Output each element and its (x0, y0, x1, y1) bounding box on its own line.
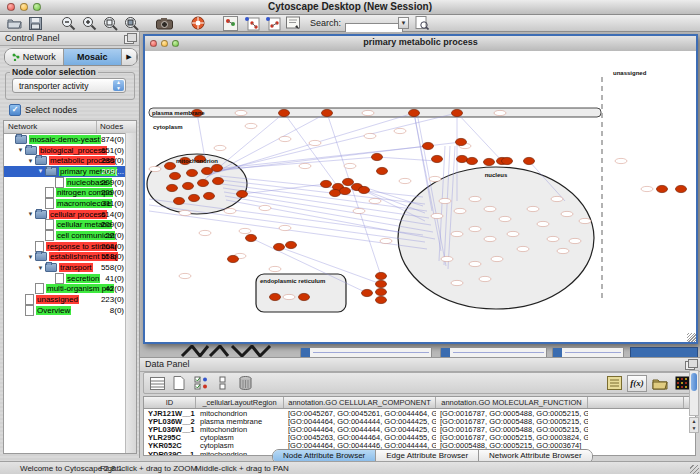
tree-item[interactable]: macromolecule311(0) (4, 198, 136, 209)
tree-scrollbar[interactable] (125, 133, 136, 453)
network-node-highlighted[interactable] (330, 189, 341, 196)
help-ring-icon[interactable] (189, 16, 206, 31)
network-node-highlighted[interactable] (657, 185, 668, 192)
network-node[interactable] (279, 136, 291, 141)
network-node[interactable] (344, 163, 356, 168)
zoom-out-icon[interactable] (60, 16, 77, 31)
tree-item[interactable]: unassigned223(0) (4, 294, 136, 305)
network-node[interactable] (569, 238, 581, 243)
network-node-highlighted[interactable] (246, 234, 257, 241)
network-node[interactable] (149, 166, 161, 171)
network-node[interactable] (235, 110, 247, 115)
tree-item[interactable]: cell communicat22(0) (4, 230, 136, 241)
zoom-fit-icon[interactable] (102, 16, 119, 31)
network-node[interactable] (439, 198, 451, 203)
network-node[interactable] (353, 208, 365, 213)
network-node-highlighted[interactable] (228, 255, 239, 262)
tree-item[interactable]: cellular metabo209(0) (4, 220, 136, 231)
snapshot-camera-icon[interactable] (156, 16, 173, 31)
network-node-highlighted[interactable] (432, 155, 443, 162)
network-node[interactable] (491, 256, 503, 261)
network-node[interactable] (454, 208, 466, 213)
tree-item[interactable]: mosaic-demo-yeast874(0) (4, 134, 136, 145)
network-node[interactable] (484, 206, 496, 211)
attribute-editor-icon[interactable] (605, 375, 623, 392)
tab-network[interactable]: Network (5, 49, 64, 65)
unselect-attributes-icon[interactable] (214, 375, 232, 392)
expander-icon[interactable]: ▼ (16, 147, 25, 153)
zoom-in-icon[interactable] (81, 16, 98, 31)
network-node-highlighted[interactable] (189, 194, 200, 201)
network-node[interactable] (451, 280, 463, 285)
network-node-highlighted[interactable] (362, 289, 373, 296)
tree-item[interactable]: ▼biological_process651(0) (4, 145, 136, 156)
network-node[interactable] (364, 133, 376, 138)
network-node-highlighted[interactable] (484, 158, 495, 165)
network-node-highlighted[interactable] (198, 179, 209, 186)
tree-item[interactable]: ▼cellular process614(0) (4, 209, 136, 220)
network-node[interactable] (641, 186, 653, 191)
network-node-highlighted[interactable] (340, 187, 351, 194)
network-node[interactable] (362, 110, 374, 115)
network-node-highlighted[interactable] (299, 293, 310, 300)
network-node[interactable] (259, 205, 271, 210)
network-node-highlighted[interactable] (452, 109, 463, 116)
network-node-highlighted[interactable] (279, 109, 290, 116)
tab-mosaic[interactable]: Mosaic (64, 49, 123, 65)
network-node[interactable] (429, 176, 441, 181)
float-panel-icon[interactable] (685, 361, 695, 370)
network-overview-icon[interactable] (222, 16, 239, 31)
network-node-highlighted[interactable] (457, 155, 468, 162)
select-attributes-icon[interactable] (192, 375, 210, 392)
network-node[interactable] (451, 231, 463, 236)
network-node-highlighted[interactable] (237, 190, 248, 197)
network-node[interactable] (499, 216, 511, 221)
table-column-header[interactable]: ID (144, 397, 196, 408)
network-resize-grip[interactable] (687, 333, 696, 342)
network-node[interactable] (469, 261, 481, 266)
tree-item[interactable]: ▼metabolic process280(0) (4, 155, 136, 166)
tab-overflow-arrow[interactable]: ▶ (122, 49, 137, 65)
network-node[interactable] (557, 248, 569, 253)
network-window-titlebar[interactable]: primary metabolic process (145, 36, 696, 52)
table-column-header[interactable]: annotation.GO CELLULAR_COMPONENT (284, 397, 436, 408)
network-node-highlighted[interactable] (213, 177, 224, 184)
search-dropdown-arrow[interactable]: ▼ (398, 17, 409, 29)
network-node[interactable] (309, 140, 321, 145)
network-node-highlighted[interactable] (502, 157, 513, 164)
expander-icon[interactable]: ▼ (26, 254, 35, 260)
delete-attribute-icon[interactable] (236, 375, 254, 392)
network-node[interactable] (279, 225, 291, 230)
apply-layout-1-icon[interactable] (243, 16, 260, 31)
network-node-highlighted[interactable] (376, 280, 387, 287)
network-node[interactable] (399, 178, 411, 183)
network-node-highlighted[interactable] (409, 109, 420, 116)
tree-item[interactable]: Overview8(0) (4, 305, 136, 316)
tree-item[interactable]: nucleobase-209(0) (4, 177, 136, 188)
network-node[interactable] (380, 238, 392, 243)
network-node[interactable] (369, 198, 381, 203)
network-node-highlighted[interactable] (270, 293, 281, 300)
node-color-dropdown[interactable]: transporter activity ▲▼ (12, 78, 126, 93)
tree-column-nodes[interactable]: Nodes (97, 121, 136, 133)
tree-item[interactable]: ▼primary metabo209(... (4, 166, 136, 177)
network-node-highlighted[interactable] (359, 186, 370, 193)
network-node-highlighted[interactable] (274, 243, 285, 250)
network-node-highlighted[interactable] (204, 192, 215, 199)
network-node[interactable] (527, 206, 539, 211)
network-node-highlighted[interactable] (212, 164, 223, 171)
network-edge[interactable] (457, 113, 502, 161)
network-node-highlighted[interactable] (183, 182, 194, 189)
function-builder-icon[interactable]: f(x) (627, 375, 647, 392)
network-node[interactable] (239, 228, 251, 233)
float-panel-icon[interactable] (124, 35, 134, 44)
network-node-highlighted[interactable] (377, 167, 388, 174)
expander-icon[interactable]: ▼ (26, 158, 35, 164)
annotation-icon[interactable] (285, 16, 302, 31)
network-node-highlighted[interactable] (524, 157, 535, 164)
network-node[interactable] (615, 158, 627, 163)
network-node[interactable] (179, 210, 191, 215)
network-edge[interactable] (197, 113, 205, 159)
attribute-table-icon[interactable] (148, 375, 166, 392)
network-node[interactable] (547, 236, 559, 241)
